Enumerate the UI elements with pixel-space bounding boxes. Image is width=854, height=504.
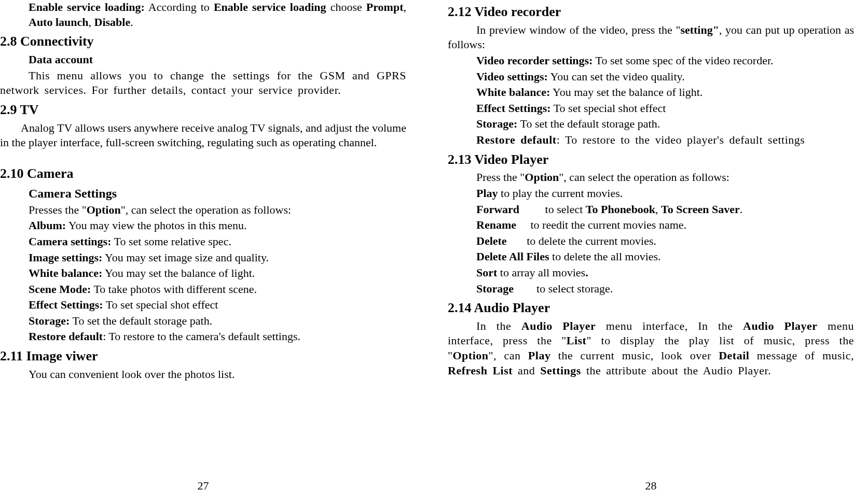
camera-settings-head: Camera Settings (29, 186, 406, 202)
image-viewer-body: You can convenient look over the photos … (29, 367, 406, 382)
page-right: 2.12 Video recorder In preview window of… (427, 0, 854, 504)
camera-settings-line: Camera settings: To set some relative sp… (29, 234, 406, 249)
page-number-left: 27 (0, 473, 406, 504)
delete-line: Delete to delete the current movies. (476, 234, 854, 249)
rename-line: Rename to reedit the current movies name… (476, 218, 854, 233)
storage-line: Storage: To set the default storage path… (29, 314, 406, 329)
heading-2-8: 2.8 Connectivity (0, 33, 406, 50)
video-effect-line: Effect Settings: To set special shot eff… (476, 101, 854, 116)
scene-mode-line: Scene Mode: To take photos with differen… (29, 282, 406, 297)
heading-2-10: 2.10 Camera (0, 165, 406, 183)
restore-default-line: Restore default: To restore to the camer… (29, 329, 406, 344)
page-number-right: 28 (448, 473, 854, 504)
data-account-head: Data account (29, 52, 406, 67)
page-right-content: 2.12 Video recorder In preview window of… (448, 0, 854, 473)
video-player-intro: Press the "Option", can select the opera… (476, 170, 854, 185)
service-loading-line: Enable service loading: According to Ena… (29, 0, 406, 30)
page-left: Enable service loading: According to Ena… (0, 0, 427, 504)
video-recorder-intro: In preview window of the video, press th… (448, 23, 854, 52)
video-recorder-settings-line: Video recorder settings: To set some spe… (448, 53, 854, 68)
heading-2-13: 2.13 Video Player (448, 151, 854, 169)
forward-line: Forward to select To Phonebook, To Scree… (476, 202, 854, 217)
delete-all-line: Delete All Files to delete the all movie… (476, 249, 854, 264)
video-restore-line: Restore default: To restore to the video… (448, 133, 854, 148)
image-settings-line: Image settings: You may set image size a… (29, 250, 406, 265)
heading-2-12: 2.12 Video recorder (448, 3, 854, 21)
audio-player-body: In the Audio Player menu interface, In t… (448, 319, 854, 378)
effect-settings-line: Effect Settings: To set special shot eff… (29, 298, 406, 313)
album-line: Album: You may view the photos in this m… (29, 218, 406, 233)
white-balance-line: White balance: You may set the balance o… (29, 266, 406, 281)
heading-2-11: 2.11 Image viwer (0, 347, 406, 365)
sort-line: Sort to array all movies. (476, 265, 854, 281)
heading-2-9: 2.9 TV (0, 101, 406, 119)
video-white-balance-line: White balance: You may set the balance o… (476, 85, 854, 100)
video-player-storage-line: Storage to select storage. (476, 282, 854, 297)
tv-body: Analog TV allows users anywhere receive … (0, 121, 406, 150)
play-line: Play to play the current movies. (476, 186, 854, 201)
heading-2-14: 2.14 Audio Player (448, 299, 854, 317)
service-loading-b1: Enable service loading: (29, 1, 145, 13)
camera-intro: Presses the "Option", can select the ope… (29, 203, 406, 218)
video-settings-line: Video settings: You can set the video qu… (476, 69, 854, 85)
data-account-body: This menu allows you to change the setti… (0, 68, 406, 98)
page-left-content: Enable service loading: According to Ena… (0, 0, 406, 473)
video-storage-line: Storage: To set the default storage path… (476, 117, 854, 132)
